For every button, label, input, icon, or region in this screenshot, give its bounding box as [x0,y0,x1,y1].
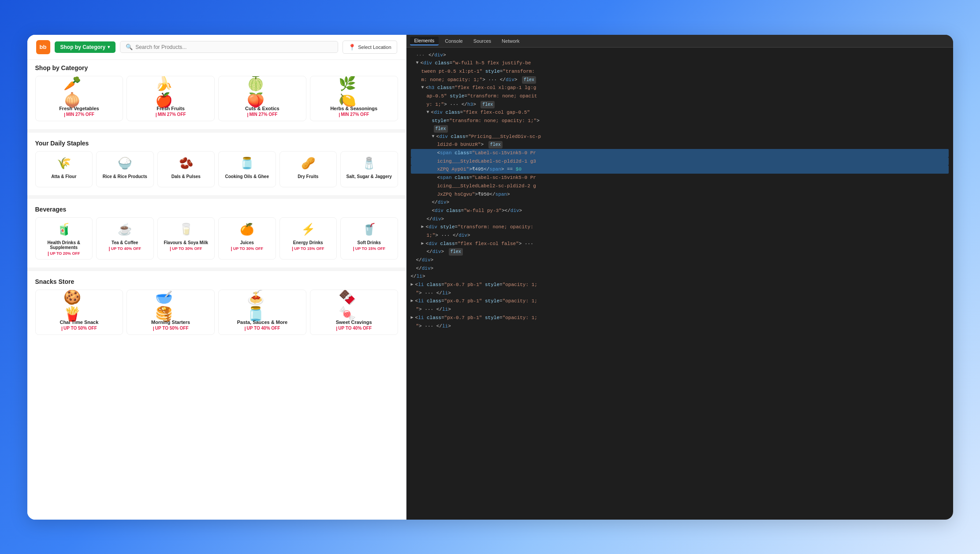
devtools-line-14: </li> [411,272,949,281]
category-card-salt[interactable]: 🧂 Salt, Sugar & Jaggery [340,151,398,187]
devtools-line-2c: m: none; opacity: 1;"> ··· </div> flex [411,76,949,84]
category-image-sweet: 🍫🍬 [339,294,369,318]
category-name-cuts-exotics: Cuts & Exotics [245,106,279,111]
category-card-dal[interactable]: 🫘 Dals & Pulses [157,151,215,187]
search-input[interactable] [135,44,332,50]
category-card-sweet[interactable]: 🍫🍬 Sweet Cravings | UP TO 40% OFF [310,290,398,335]
location-icon: 📍 [348,44,356,51]
category-name-juice: Juices [240,240,254,245]
category-card-dryfruits[interactable]: 🥜 Dry Fruits [279,151,337,187]
devtools-line-3c: y: 1;"> ··· </h3> flex [411,100,949,109]
category-discount-juice: | UP TO 30% OFF [231,246,263,251]
category-card-cuts-exotics[interactable]: 🍈🍑 Cuts & Exotics | MIN 27% OFF [218,76,306,121]
category-image-atta: 🌾 [57,155,71,172]
category-discount-chai: | UP TO 50% OFF [61,326,97,331]
category-name-energy: Energy Drinks [293,240,323,245]
devtools-tab-network[interactable]: Network [497,37,524,45]
devtools-line-selected: <span class="Label-sc-15v1nk5-0 Pr [411,149,949,157]
devtools-line-6: <span class="Label-sc-15v1nk5-0 Pr [411,174,949,182]
section-divider-3 [27,268,406,271]
section-divider-2 [27,195,406,199]
devtools-line-6b: icing___StyledLabel2-sc-pldi2d-2 g [411,182,949,190]
app-frame: bb Shop by Category ▾ 🔍 📍 Select Locatio… [27,35,953,520]
category-name-pasta: Pasta, Sauces & More [237,320,287,325]
category-image-energy: ⚡ [301,221,315,238]
devtools-line-4c: flex [411,125,949,133]
category-name-tea: Tea & Coffee [112,240,138,245]
shop-by-category-section: Shop by Category 🥕🧅 Fresh Vegetables | M… [27,60,406,126]
category-name-salt: Salt, Sugar & Jaggery [347,174,392,179]
devtools-line-16b: "> ··· </li> [411,305,949,314]
search-bar: 🔍 [120,41,338,53]
daily-staples-section: Your Daily Staples 🌾 Atta & Flour 🍚 Rice… [27,135,406,193]
snacks-title: Snacks Store [35,278,398,285]
category-card-tea[interactable]: ☕ Tea & Coffee | UP TO 40% OFF [96,217,154,260]
devtools-line-11b: </div> flex [411,248,949,256]
category-card-pasta[interactable]: 🍝🫙 Pasta, Sauces & More | UP TO 40% OFF [218,290,306,335]
beverages-section: Beverages 🧃 Health Drinks & Supplements … [27,201,406,265]
logo: bb [36,40,50,54]
category-card-energy[interactable]: ⚡ Energy Drinks | UP TO 15% OFF [279,217,337,260]
category-card-soft-drinks[interactable]: 🥤 Soft Drinks | UP TO 15% OFF [340,217,398,260]
category-image-health-drinks: 🧃 [57,221,71,238]
category-card-juice[interactable]: 🍊 Juices | UP TO 30% OFF [218,217,276,260]
devtools-tab-console[interactable]: Console [440,37,467,45]
category-image-rice: 🍚 [118,155,132,172]
search-icon: 🔍 [126,44,133,50]
category-card-fresh-veg[interactable]: 🥕🧅 Fresh Vegetables | MIN 27% OFF [35,76,123,121]
category-image-morning: 🥣🥞 [155,294,186,318]
category-discount-tea: | UP TO 40% OFF [109,246,141,251]
category-name-chai-snack: Chai Time Snack [60,320,98,325]
category-card-health-drinks[interactable]: 🧃 Health Drinks & Supplements | UP TO 20… [35,217,93,260]
category-discount-herbs-seasonings: | MIN 27% OFF [339,112,369,117]
category-card-herbs-seasonings[interactable]: 🌿🍋 Herbs & Seasonings | MIN 27% OFF [310,76,398,121]
devtools-line-3b: ap-0.5" style="transform: none; opacit [411,92,949,100]
devtools-tab-elements[interactable]: Elements [410,37,439,45]
category-card-fresh-fruits[interactable]: 🍌🍎 Fresh Fruits | MIN 27% OFF [127,76,215,121]
category-card-rice[interactable]: 🍚 Rice & Rice Products [96,151,154,187]
devtools-line-4: ▼ <div class="flex flex-col gap-0.5" [411,108,949,117]
category-card-atta[interactable]: 🌾 Atta & Flour [35,151,93,187]
category-discount-pasta: | UP TO 40% OFF [244,326,280,331]
devtools-line-2: ▼ <div class="w-full h-5 flex justify-be [411,59,949,67]
devtools-line-15b: "> ··· </li> [411,289,949,297]
category-card-morning[interactable]: 🥣🥞 Morning Starters | UP TO 50% OFF [127,290,215,335]
devtools-line-10b: 1;"> ··· </div> [411,231,949,240]
category-card-chai-snack[interactable]: 🍪🍟 Chai Time Snack | UP TO 50% OFF [35,290,123,335]
location-button-label: Select Location [358,45,391,50]
category-name-atta: Atta & Flour [51,174,76,179]
category-card-flavoured[interactable]: 🥛 Flavours & Soya Milk | UP TO 30% OFF [157,217,215,260]
devtools-tab-sources[interactable]: Sources [469,37,496,45]
category-image-salt: 🧂 [362,155,376,172]
chevron-down-icon: ▾ [108,45,110,49]
devtools-line-5: ▼ <div class="Pricing___StyledDiv-sc-p [411,133,949,141]
section-divider-1 [27,129,406,133]
devtools-content: ··· </div> ▼ <div class="w-full h-5 flex… [406,48,953,520]
category-image-fresh-fruits: 🍌🍎 [155,80,186,104]
category-card-oil[interactable]: 🫙 Cooking Oils & Ghee [218,151,276,187]
snacks-section: Snacks Store 🍪🍟 Chai Time Snack | UP TO … [27,274,406,340]
category-discount-health: | UP TO 20% OFF [48,251,80,256]
category-discount-fresh-fruits: | MIN 27% OFF [156,112,186,117]
devtools-line-selected-2: icing___StyledLabel-sc-pldi2d-1 g3 [411,157,949,166]
category-image-chai-snack: 🍪🍟 [63,294,94,318]
shop-header: bb Shop by Category ▾ 🔍 📍 Select Locatio… [27,35,406,60]
category-name-oil: Cooking Oils & Ghee [225,174,269,179]
devtools-line-selected-3: xZPQ AypOi">₹495</span> == $0 [411,165,949,174]
devtools-line-16: ▶ <li class="px-0.7 pb-1" style="opacity… [411,297,949,305]
category-button-label: Shop by Category [60,44,106,50]
category-image-juice: 🍊 [240,221,254,238]
category-name-morning: Morning Starters [151,320,190,325]
category-image-tea: ☕ [118,221,132,238]
category-name-rice: Rice & Rice Products [103,174,147,179]
devtools-line-6c: JxZPQ hsCgvu">₹950</span> [411,190,949,199]
devtools-line-1: ··· </div> [411,51,949,59]
category-name-soft-drinks: Soft Drinks [358,240,381,245]
category-button[interactable]: Shop by Category ▾ [55,41,116,53]
devtools-line-12: </div> [411,256,949,264]
category-image-fresh-veg: 🥕🧅 [63,80,94,104]
location-button[interactable]: 📍 Select Location [343,41,397,54]
category-discount-energy: | UP TO 15% OFF [292,246,324,251]
category-image-oil: 🫙 [240,155,254,172]
category-name-health-drinks: Health Drinks & Supplements [37,240,91,250]
